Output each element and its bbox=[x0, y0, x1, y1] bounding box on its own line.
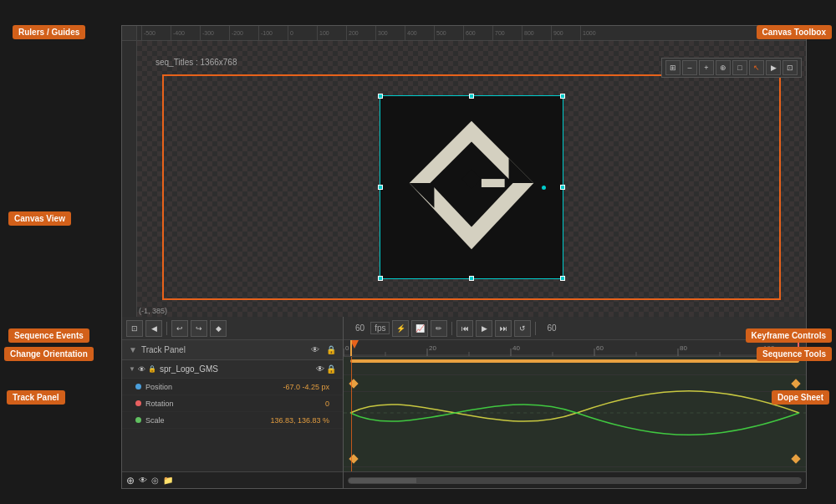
track-undo-btn[interactable]: ↩ bbox=[171, 320, 188, 337]
ruler-mark: -100 bbox=[258, 26, 288, 40]
tp-mute-icon[interactable]: ◎ bbox=[151, 476, 159, 485]
scale-track[interactable]: Scale 136.83, 136.83 % bbox=[122, 412, 343, 429]
tl-play-btn[interactable]: ▶ bbox=[476, 320, 492, 337]
timeline-ruler-svg: 0 20 40 60 80 100 bbox=[344, 340, 806, 357]
timeline-tracks-area[interactable] bbox=[344, 357, 806, 488]
canvas-area[interactable]: seq_Titles : 1366x768 ⊞ – + ⊕ □ ↖ ▶ ⊡ bbox=[137, 41, 806, 317]
track-panel-footer: ⊕ 👁 ◎ 📁 bbox=[122, 471, 343, 488]
track-panel-expand-icon: ▼ bbox=[129, 345, 137, 354]
sprite-eye-icon[interactable]: 👁 bbox=[138, 365, 145, 374]
tool-view-btn[interactable]: ⊡ bbox=[782, 60, 798, 75]
track-view-btn[interactable]: ⊡ bbox=[126, 320, 143, 337]
bezier-curve-svg bbox=[344, 375, 806, 451]
transform-handle-tr[interactable] bbox=[560, 94, 565, 99]
transform-handle-br[interactable] bbox=[560, 276, 565, 281]
position-track-dot bbox=[135, 384, 141, 389]
transform-handle-bm[interactable] bbox=[469, 276, 474, 281]
tl-playhead-line bbox=[351, 357, 352, 488]
transform-handle-mr[interactable] bbox=[560, 185, 565, 190]
tl-lightning-btn[interactable]: ⚡ bbox=[392, 320, 409, 337]
transform-handle-ml[interactable] bbox=[378, 185, 383, 190]
transform-handle-bl[interactable] bbox=[378, 276, 383, 281]
sprite-eye2-icon[interactable]: 👁 bbox=[316, 364, 324, 374]
canvas-viewport bbox=[162, 74, 781, 300]
scale-track-label: Scale bbox=[145, 416, 270, 425]
transform-handle-tm[interactable] bbox=[469, 94, 474, 99]
sprite-expand-icon: ▼ bbox=[129, 365, 135, 373]
canvas-toolbox: ⊞ – + ⊕ □ ↖ ▶ ⊡ bbox=[661, 58, 802, 78]
timeline-toolbar: 60 fps ⚡ 📈 ✏ ⏮ ▶ ⏭ ↺ 60 bbox=[344, 317, 806, 340]
position-track-value: -67.0 -4.25 px bbox=[283, 383, 329, 391]
track-panel-header: ▼ Track Panel 👁 🔒 bbox=[122, 340, 343, 360]
transform-origin[interactable] bbox=[542, 186, 546, 190]
tool-select-btn[interactable]: □ bbox=[732, 60, 747, 75]
sprite-lock2-icon[interactable]: 🔒 bbox=[326, 364, 336, 374]
ruler-mark: 100 bbox=[317, 26, 346, 40]
sequence-title: seq_Titles : 1366x768 bbox=[155, 58, 237, 67]
tp-folder-icon[interactable]: 📁 bbox=[163, 476, 173, 485]
tl-end-frame: 60 bbox=[540, 323, 563, 333]
track-keyframe-btn[interactable]: ◆ bbox=[210, 320, 227, 337]
track-redo-btn[interactable]: ↪ bbox=[191, 320, 207, 337]
tl-fps-value: 60 bbox=[352, 323, 368, 333]
keyframe-rot-end[interactable] bbox=[791, 454, 800, 463]
tp-add-icon[interactable]: ⊕ bbox=[126, 475, 135, 486]
sequence-events-label: Sequence Events bbox=[8, 328, 89, 343]
sprite-lock-icon[interactable]: 🔒 bbox=[148, 365, 156, 373]
rulers-guides-label: Rulers / Guides bbox=[13, 25, 85, 39]
timeline-panel: 60 fps ⚡ 📈 ✏ ⏮ ▶ ⏭ ↺ 60 bbox=[344, 317, 806, 488]
ruler-marks-h: -500 -400 -300 -200 -100 0 100 200 300 4… bbox=[137, 26, 609, 40]
start-marker bbox=[350, 340, 359, 356]
svg-text:20: 20 bbox=[429, 344, 436, 352]
rotation-track-dot bbox=[135, 400, 141, 406]
tl-edit-btn[interactable]: ✏ bbox=[431, 320, 447, 337]
tl-next-btn[interactable]: ⏭ bbox=[495, 320, 512, 337]
tl-sep bbox=[451, 322, 452, 335]
ruler-mark: -200 bbox=[229, 26, 258, 40]
ruler-mark: 1000 bbox=[580, 26, 609, 40]
timeline-ruler: 0 20 40 60 80 100 bbox=[344, 340, 806, 357]
ruler-mark: 600 bbox=[463, 26, 492, 40]
change-orientation-label: Change Orientation bbox=[4, 347, 94, 361]
track-back-btn[interactable]: ◀ bbox=[145, 320, 162, 337]
track-eye-icon[interactable]: 👁 bbox=[311, 345, 319, 354]
tool-zoom-out-btn[interactable]: – bbox=[682, 60, 697, 75]
svg-text:0: 0 bbox=[345, 344, 349, 352]
ruler-mark: 400 bbox=[405, 26, 434, 40]
ruler-mark: 800 bbox=[522, 26, 551, 40]
tl-prev-btn[interactable]: ⏮ bbox=[456, 320, 473, 337]
tool-fit-btn[interactable]: ⊕ bbox=[716, 60, 731, 75]
tool-cursor-btn[interactable]: ↖ bbox=[749, 60, 764, 75]
position-track[interactable]: Position -67.0 -4.25 px bbox=[122, 379, 343, 395]
transform-handle-tl[interactable] bbox=[378, 94, 383, 99]
timeline-scrollbar[interactable] bbox=[348, 477, 802, 484]
track-lock-icon[interactable]: 🔒 bbox=[326, 345, 336, 354]
rotation-track-value: 0 bbox=[325, 400, 329, 408]
tl-graph-btn[interactable]: 📈 bbox=[411, 320, 428, 337]
tool-zoom-in-btn[interactable]: + bbox=[699, 60, 714, 75]
canvas-toolbox-label: Canvas Toolbox bbox=[757, 25, 833, 39]
sprite-track-item[interactable]: ▼ 👁 🔒 spr_Logo_GMS 👁 🔒 bbox=[122, 360, 343, 379]
svg-marker-15 bbox=[482, 179, 505, 187]
tl-loop-btn[interactable]: ↺ bbox=[514, 320, 531, 337]
fps-label: fps bbox=[370, 322, 390, 334]
ruler-mark: -400 bbox=[171, 26, 200, 40]
tl-sep2 bbox=[535, 322, 536, 335]
rotation-track[interactable]: Rotation 0 bbox=[122, 395, 343, 412]
canvas-view-label: Canvas View bbox=[8, 211, 71, 226]
track-panel-label: Track Panel bbox=[7, 390, 65, 405]
tl-track-sprite bbox=[344, 357, 806, 375]
sprite-name: spr_Logo_GMS bbox=[160, 364, 218, 374]
track-panel-label: Track Panel bbox=[141, 345, 186, 354]
tool-arrow-btn[interactable]: ▶ bbox=[766, 60, 781, 75]
tl-track-rotation bbox=[344, 451, 806, 467]
ruler-mark: -300 bbox=[200, 26, 229, 40]
tool-grid-btn[interactable]: ⊞ bbox=[665, 60, 681, 75]
position-track-label: Position bbox=[145, 383, 283, 391]
ruler-horizontal: -500 -400 -300 -200 -100 0 100 200 300 4… bbox=[137, 26, 806, 41]
tp-eye-icon[interactable]: 👁 bbox=[139, 476, 147, 485]
scale-track-dot bbox=[135, 417, 141, 423]
app-container: -500 -400 -300 -200 -100 0 100 200 300 4… bbox=[121, 25, 807, 489]
ruler-corner bbox=[122, 26, 137, 41]
svg-text:40: 40 bbox=[512, 344, 520, 352]
